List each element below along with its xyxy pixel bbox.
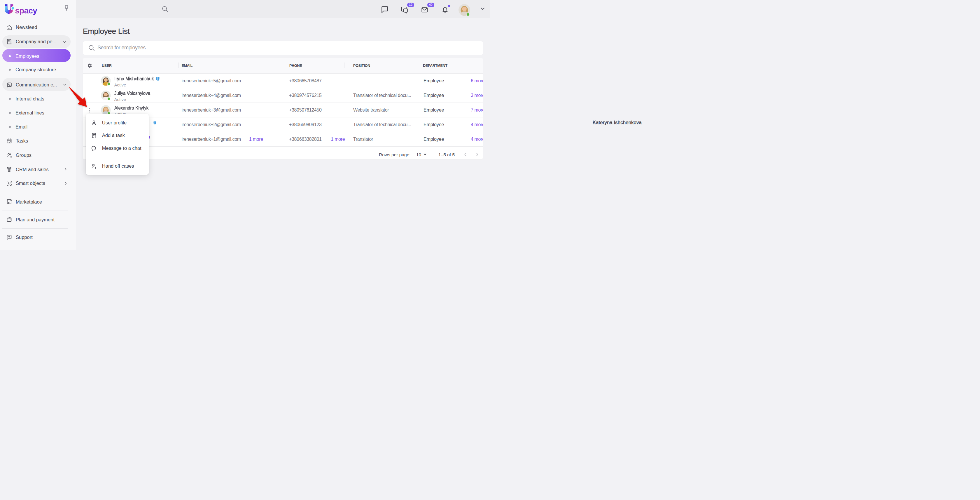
svg-text:spacy: spacy [15,6,38,15]
